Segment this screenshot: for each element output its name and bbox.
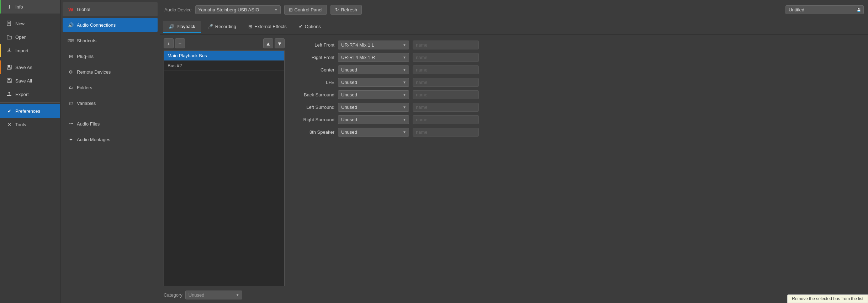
- left-surround-name-input[interactable]: [413, 103, 479, 112]
- sidebar-item-open[interactable]: Open: [0, 30, 60, 44]
- audio-files-icon: 〜: [68, 121, 74, 127]
- preferences-icon: ✔: [6, 108, 12, 114]
- channel-row-lfe: LFE Unused ▼: [288, 78, 864, 87]
- playback-tab-icon: 🔊: [169, 24, 174, 29]
- middle-panel: W Global 🔊 Audio Connections ⌨ Shortcuts…: [60, 0, 160, 303]
- move-bus-down-button[interactable]: ▼: [275, 38, 285, 48]
- remove-bus-icon: −: [179, 41, 182, 47]
- move-bus-up-button[interactable]: ▲: [263, 38, 273, 48]
- right-surround-select[interactable]: Unused: [338, 115, 409, 124]
- channel-config: Left Front UR-RT4 Mix 1 L Unused ▼ Right…: [288, 38, 864, 299]
- save-all-icon: [6, 78, 12, 84]
- category-row: Category Unused ▼: [164, 291, 285, 299]
- tooltip-text: Remove the selected bus from the list: [792, 296, 863, 301]
- divider-2: [0, 59, 60, 59]
- lfe-select[interactable]: Unused: [338, 78, 409, 87]
- tab-playback[interactable]: 🔊 Playback: [163, 21, 201, 33]
- remote-devices-icon: ⚙: [68, 69, 74, 75]
- right-front-name-input[interactable]: [413, 53, 479, 62]
- content-area: + − ▲ ▼ Main Playback Bus Bus #2: [160, 35, 868, 303]
- control-panel-button[interactable]: ⊞ Control Panel: [284, 5, 327, 15]
- category-select-wrapper: Unused ▼: [185, 291, 242, 299]
- middle-item-remote-devices[interactable]: ⚙ Remote Devices: [63, 65, 158, 79]
- left-surround-label: Left Surround: [288, 105, 334, 110]
- middle-item-folders[interactable]: 🗂 Folders: [63, 80, 158, 95]
- global-icon: W: [68, 6, 74, 12]
- sidebar-item-info[interactable]: ℹ Info: [0, 0, 60, 14]
- open-icon: [6, 34, 12, 40]
- add-bus-icon: +: [167, 41, 170, 47]
- move-down-icon: ▼: [277, 41, 282, 47]
- channel-row-left-surround: Left Surround Unused ▼: [288, 103, 864, 112]
- back-surround-select[interactable]: Unused: [338, 90, 409, 99]
- tab-external-effects[interactable]: ⊞ External Effects: [243, 21, 292, 33]
- center-select-wrapper: Unused ▼: [338, 65, 409, 74]
- category-select[interactable]: Unused: [185, 291, 242, 299]
- topbar: Audio Device Yamaha Steinberg USB ASIO ▼…: [160, 0, 868, 19]
- right-front-select[interactable]: UR-RT4 Mix 1 R Unused: [338, 53, 409, 62]
- save-as-icon: [6, 64, 12, 70]
- channel-row-right-surround: Right Surround Unused ▼: [288, 115, 864, 124]
- title-wrapper: 💾: [785, 5, 864, 14]
- sidebar-item-export[interactable]: Export: [0, 87, 60, 101]
- bus-list-item[interactable]: Main Playback Bus: [164, 51, 284, 61]
- sidebar-item-new[interactable]: New: [0, 17, 60, 30]
- lfe-name-input[interactable]: [413, 78, 479, 87]
- 8th-speaker-select-wrapper: Unused ▼: [338, 128, 409, 137]
- middle-item-shortcuts[interactable]: ⌨ Shortcuts: [63, 33, 158, 48]
- control-panel-icon: ⊞: [289, 7, 293, 12]
- audio-device-select-wrapper: Yamaha Steinberg USB ASIO ▼: [195, 5, 281, 14]
- options-tab-icon: ✔: [299, 24, 303, 29]
- center-name-input[interactable]: [413, 65, 479, 74]
- external-effects-tab-icon: ⊞: [248, 24, 252, 29]
- audio-connections-icon: 🔊: [68, 22, 74, 28]
- 8th-speaker-select[interactable]: Unused: [338, 128, 409, 137]
- refresh-button[interactable]: ↻ Refresh: [330, 5, 362, 15]
- back-surround-name-input[interactable]: [413, 90, 479, 99]
- divider-3: [0, 102, 60, 103]
- left-front-name-input[interactable]: [413, 41, 479, 49]
- export-icon: [6, 91, 12, 97]
- tab-options[interactable]: ✔ Options: [293, 21, 327, 33]
- bus-toolbar: + − ▲ ▼: [164, 38, 285, 48]
- tab-recording[interactable]: 🎤 Recording: [202, 21, 242, 33]
- bus-list: Main Playback Bus Bus #2: [164, 51, 285, 286]
- title-input[interactable]: [785, 5, 864, 14]
- refresh-icon: ↻: [335, 7, 339, 12]
- add-bus-button[interactable]: +: [164, 38, 174, 48]
- lfe-label: LFE: [288, 80, 334, 85]
- 8th-speaker-label: 8th Speaker: [288, 129, 334, 135]
- sidebar-left: ℹ Info New Open Import Save As Save All: [0, 0, 60, 303]
- audio-device-select[interactable]: Yamaha Steinberg USB ASIO: [195, 5, 281, 14]
- audio-device-label: Audio Device: [164, 7, 192, 12]
- sidebar-item-tools[interactable]: ✕ Tools: [0, 118, 60, 131]
- center-select[interactable]: Unused: [338, 65, 409, 74]
- import-icon: [6, 47, 12, 54]
- sidebar-item-import[interactable]: Import: [0, 44, 60, 57]
- middle-item-plug-ins[interactable]: ⊞ Plug-ins: [63, 49, 158, 63]
- back-surround-label: Back Surround: [288, 92, 334, 97]
- middle-item-global[interactable]: W Global: [63, 2, 158, 16]
- left-front-select[interactable]: UR-RT4 Mix 1 L Unused: [338, 41, 409, 49]
- middle-item-audio-montages[interactable]: ✦ Audio Montages: [63, 132, 158, 147]
- lfe-select-wrapper: Unused ▼: [338, 78, 409, 87]
- bus-panel: + − ▲ ▼ Main Playback Bus Bus #2: [164, 38, 285, 299]
- right-surround-name-input[interactable]: [413, 115, 479, 124]
- left-surround-select[interactable]: Unused: [338, 103, 409, 112]
- 8th-speaker-name-input[interactable]: [413, 128, 479, 137]
- middle-item-audio-connections[interactable]: 🔊 Audio Connections: [63, 18, 158, 32]
- middle-item-audio-files[interactable]: 〜 Audio Files: [63, 117, 158, 131]
- svg-rect-9: [8, 81, 11, 83]
- sidebar-item-preferences[interactable]: ✔ Preferences: [0, 104, 60, 118]
- middle-item-variables[interactable]: 🏷 Variables: [63, 96, 158, 110]
- svg-rect-5: [8, 65, 10, 67]
- tools-icon: ✕: [6, 121, 12, 128]
- shortcuts-icon: ⌨: [68, 37, 74, 44]
- sidebar-item-save-all[interactable]: Save All: [0, 74, 60, 87]
- sidebar-item-save-as[interactable]: Save As: [0, 60, 60, 74]
- channel-row-8th-speaker: 8th Speaker Unused ▼: [288, 128, 864, 137]
- new-icon: [6, 20, 12, 27]
- remove-bus-button[interactable]: −: [175, 38, 185, 48]
- bus-list-item[interactable]: Bus #2: [164, 61, 284, 71]
- svg-rect-10: [7, 95, 11, 96]
